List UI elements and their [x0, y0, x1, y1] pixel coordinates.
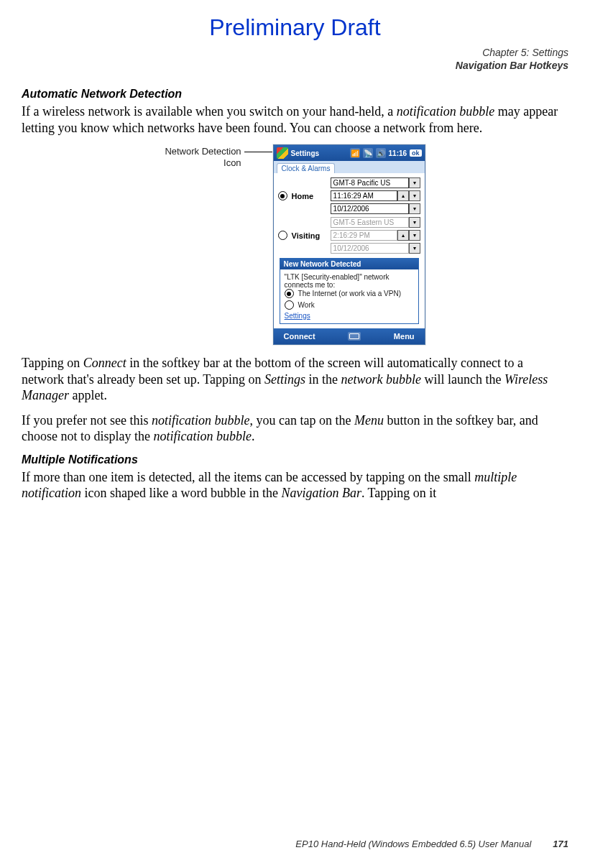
figure-callout-label: Network Detection Icon	[165, 144, 241, 168]
heading-multiple-notifications: Multiple Notifications	[22, 453, 568, 466]
page-number: 171	[553, 839, 568, 849]
signal-icon[interactable]: 📡	[363, 148, 373, 158]
spin-up-icon[interactable]: ▴	[397, 190, 409, 201]
spin-up-icon[interactable]: ▴	[397, 230, 409, 241]
text: , you can tap on the	[249, 413, 354, 428]
radio-internet[interactable]	[285, 289, 294, 298]
tab-bar: Clock & Alarms	[274, 161, 425, 173]
manual-page: Preliminary Draft Chapter 5: Settings Na…	[0, 0, 590, 868]
text: If you prefer not see this	[22, 413, 152, 428]
chevron-down-icon[interactable]: ▾	[409, 177, 420, 188]
label-home: Home	[292, 192, 326, 200]
option-work-label: Work	[298, 301, 315, 309]
label-line: Network Detection	[165, 146, 241, 157]
device-screenshot: Settings 📶 📡 🔊 11:16 ok Clock & Alarms H…	[273, 144, 425, 345]
popup-title: New Network Detected	[280, 259, 418, 269]
callout-leader-line	[244, 152, 273, 152]
text: .	[252, 429, 255, 443]
clock-text: 11:16	[389, 149, 407, 157]
settings-link[interactable]: Settings	[285, 312, 310, 320]
text: . Tapping on it	[361, 486, 436, 500]
option-internet-label: The Internet (or work via a VPN)	[298, 290, 401, 297]
spin-down-icon[interactable]: ▾	[409, 190, 420, 201]
home-time-value: 11:16:29 AM	[331, 190, 397, 201]
text-emph: Navigation Bar	[281, 486, 361, 500]
home-timezone-value: GMT-8 Pacific US	[331, 177, 409, 188]
home-timezone-combo[interactable]: GMT-8 Pacific US ▾	[331, 177, 420, 188]
label-visiting: Visiting	[292, 231, 326, 240]
text-emph: network bubble	[341, 372, 421, 387]
device-titlebar: Settings 📶 📡 🔊 11:16 ok	[274, 145, 425, 161]
text: in the	[305, 372, 341, 387]
keyboard-icon[interactable]	[348, 332, 361, 341]
page-header: Chapter 5: Settings Navigation Bar Hotke…	[22, 47, 568, 72]
text: applet.	[69, 388, 107, 402]
chevron-down-icon[interactable]: ▾	[409, 203, 420, 214]
home-date-value: 10/12/2006	[331, 203, 409, 214]
text-emph: Connect	[83, 356, 126, 370]
text-emph: notification bubble	[152, 413, 250, 428]
paragraph-multiple: If more than one item is detected, all t…	[22, 469, 568, 502]
new-network-popup: New Network Detected "LTK [Security-enab…	[280, 258, 419, 324]
clock-panel: Home GMT-8 Pacific US ▾ 11:16:29 AM ▴▾ 1…	[274, 173, 425, 328]
chevron-down-icon[interactable]: ▾	[409, 217, 420, 228]
home-time-field[interactable]: 11:16:29 AM ▴▾	[331, 190, 420, 201]
text: If a wireless network is available when …	[22, 104, 397, 119]
text-emph: notification bubble	[397, 104, 495, 119]
heading-automatic-network-detection: Automatic Network Detection	[22, 88, 568, 101]
text: Tapping on	[22, 356, 83, 370]
text-emph: notification bubble	[153, 429, 252, 443]
text: If more than one item is detected, all t…	[22, 470, 474, 484]
ok-button[interactable]: ok	[410, 149, 422, 157]
start-flag-icon[interactable]	[277, 147, 288, 159]
radio-work[interactable]	[285, 300, 294, 310]
manual-title: EP10 Hand-Held (Windows Embedded 6.5) Us…	[295, 839, 531, 849]
tab-clock-alarms[interactable]: Clock & Alarms	[277, 163, 336, 173]
radio-visiting[interactable]	[278, 231, 287, 240]
paragraph-disable-bubble: If you prefer not see this notification …	[22, 412, 568, 445]
page-footer: EP10 Hand-Held (Windows Embedded 6.5) Us…	[22, 839, 568, 849]
visiting-date-value: 10/12/2006	[331, 243, 409, 254]
softkey-connect[interactable]: Connect	[284, 332, 315, 341]
text-emph: Settings	[264, 372, 305, 387]
network-detection-icon[interactable]: 📶	[350, 148, 360, 158]
visiting-time-value: 2:16:29 PM	[331, 230, 397, 241]
popup-message: "LTK [Security-enabled]" network connect…	[285, 273, 414, 289]
visiting-date-combo[interactable]: 10/12/2006 ▾	[331, 243, 420, 254]
text-emph: Menu	[354, 413, 384, 428]
home-date-combo[interactable]: 10/12/2006 ▾	[331, 203, 420, 214]
label-line: Icon	[223, 157, 241, 168]
figure-block: Network Detection Icon Settings 📶 📡 🔊 11…	[22, 144, 568, 345]
titlebar-text: Settings	[291, 149, 319, 157]
section-line: Navigation Bar Hotkeys	[22, 60, 568, 73]
text: icon shaped like a word bubble in the	[81, 486, 281, 500]
radio-home[interactable]	[278, 191, 287, 200]
visiting-timezone-combo[interactable]: GMT-5 Eastern US ▾	[331, 217, 420, 228]
section-line-text: Navigation Bar Hotkeys	[456, 60, 568, 71]
chapter-line: Chapter 5: Settings	[22, 47, 568, 60]
chevron-down-icon[interactable]: ▾	[409, 243, 420, 254]
visiting-time-field[interactable]: 2:16:29 PM ▴▾	[331, 230, 420, 241]
spin-down-icon[interactable]: ▾	[409, 230, 420, 241]
text: will launch the	[421, 372, 504, 387]
visiting-timezone-value: GMT-5 Eastern US	[331, 217, 409, 228]
softkey-menu[interactable]: Menu	[394, 332, 415, 341]
softkey-bar: Connect Menu	[274, 328, 425, 344]
volume-icon[interactable]: 🔊	[376, 148, 386, 158]
draft-watermark: Preliminary Draft	[22, 14, 568, 41]
paragraph-intro: If a wireless network is available when …	[22, 103, 568, 136]
paragraph-connect: Tapping on Connect in the softkey bar at…	[22, 355, 568, 404]
